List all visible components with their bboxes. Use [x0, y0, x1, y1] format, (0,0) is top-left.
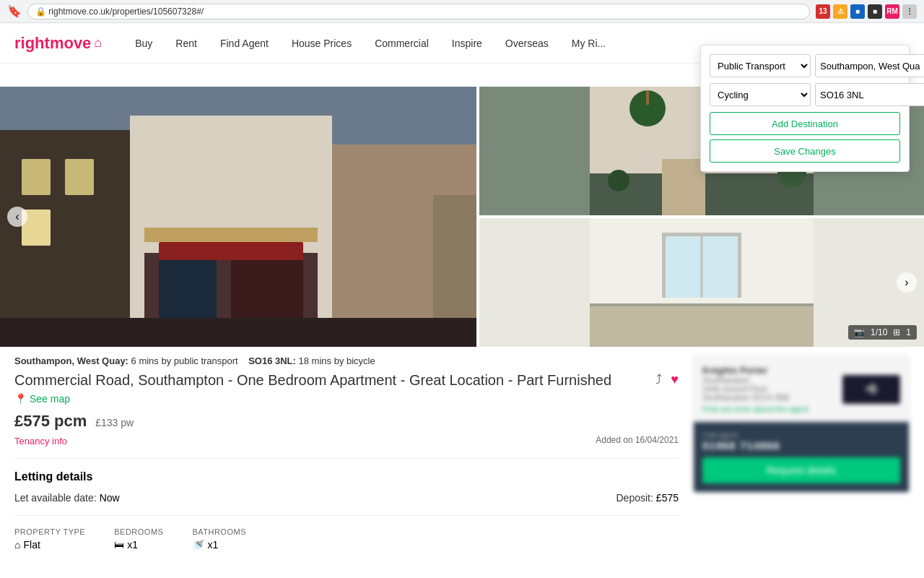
dest2-name: SO16 3NL: — [248, 355, 296, 366]
price-section: £575 pcm £133 pw — [14, 412, 679, 431]
svg-rect-23 — [662, 159, 705, 215]
let-available-row: Let available date: Now Deposit: £575 — [14, 492, 679, 504]
svg-rect-15 — [0, 318, 476, 347]
request-details-button[interactable]: Request details — [702, 457, 900, 483]
agent-link[interactable]: Find out more about the agent — [702, 405, 808, 413]
svg-rect-4 — [22, 159, 51, 195]
svg-rect-31 — [662, 233, 666, 298]
add-destination-button[interactable]: Add Destination — [710, 112, 900, 135]
agent-info: Knights Porter Southampton Units around … — [702, 365, 808, 413]
browser-bar: 🔖 🔒 rightmove.co.uk/properties/105607328… — [0, 0, 924, 23]
letting-details: Letting details Let available date: Now … — [14, 458, 679, 504]
nav-overseas[interactable]: Overseas — [494, 23, 560, 64]
attr-bedrooms: BEDROOMS 🛏 x1 — [114, 527, 163, 551]
ext-icon-settings[interactable]: ⋮ — [902, 4, 917, 19]
map-pin-icon: 📍 — [14, 393, 27, 405]
transport-info: Southampon, West Quay: 6 mins by public … — [14, 347, 679, 372]
svg-rect-19 — [646, 90, 649, 105]
property-title: Commercial Road, Southampton - One Bedro… — [14, 372, 655, 389]
let-available-label: Let available date: — [14, 492, 97, 504]
svg-point-24 — [608, 170, 629, 191]
letting-details-title: Letting details — [14, 470, 679, 483]
nav-rent[interactable]: Rent — [164, 23, 209, 64]
image-prev-arrow[interactable]: ‹ — [7, 207, 27, 227]
nav-buy[interactable]: Buy — [123, 23, 164, 64]
transport-popup: Public Transport Cycling Driving ✕ Publi… — [700, 45, 910, 172]
url-bar[interactable]: 🔒 rightmove.co.uk/properties/105607328#/ — [27, 4, 810, 20]
favourite-icon[interactable]: ♥ — [671, 372, 679, 387]
agent-phone[interactable]: 01968 714866 — [702, 439, 900, 452]
property-section: Southampon, West Quay: 6 mins by public … — [0, 347, 924, 551]
navigation: rightmove ⌂ Buy Rent Find Agent House Pr… — [0, 23, 924, 64]
house-icon: ⌂ — [14, 539, 20, 551]
property-image-3[interactable]: 📷 1/10 ⊞ 1 › — [479, 218, 924, 347]
ext-icon-1[interactable]: 13 — [816, 4, 830, 19]
svg-rect-5 — [65, 159, 94, 195]
tenancy-info-link[interactable]: Tenancy info — [14, 436, 67, 447]
nav-my-rightmove[interactable]: My Ri... — [560, 23, 617, 64]
camera-icon: 📷 — [854, 327, 865, 337]
ext-icon-4[interactable]: ■ — [868, 4, 882, 19]
nav-commercial[interactable]: Commercial — [363, 23, 440, 64]
bathrooms-label: BATHROOMS — [192, 527, 246, 536]
tenancy-added-row: Tenancy info Added on 16/04/2021 — [14, 435, 679, 447]
transport-destination-2[interactable] — [815, 83, 924, 106]
browser-extensions: 13 ⚠ ■ ■ RM ⋮ — [816, 4, 917, 19]
see-map-text: See map — [30, 393, 70, 405]
bed-icon: 🛏 — [114, 539, 124, 551]
agent-card: Knights Porter Southampton Units around … — [693, 355, 910, 493]
transport-type-select-2[interactable]: Public Transport Cycling Driving — [710, 83, 811, 106]
title-actions: ⤴ ♥ — [655, 372, 679, 387]
property-attributes: PROPERTY TYPE ⌂ Flat BEDROOMS 🛏 x1 BATHR… — [14, 515, 679, 551]
transport-destination-1[interactable] — [815, 54, 924, 77]
floorplan-count-text: 1 — [906, 327, 911, 337]
bookmark-icon[interactable]: 🔖 — [7, 4, 22, 18]
share-icon[interactable]: ⤴ — [655, 372, 662, 387]
logo-house-icon: ⌂ — [94, 35, 102, 51]
transport-type-select-1[interactable]: Public Transport Cycling Driving — [710, 54, 811, 77]
svg-rect-34 — [590, 303, 814, 306]
transport-row-2: Public Transport Cycling Driving ✕ — [710, 83, 900, 106]
logo[interactable]: rightmove ⌂ — [14, 34, 102, 53]
svg-rect-12 — [144, 228, 318, 242]
lock-icon: 🔒 — [35, 7, 46, 17]
deposit-label: Deposit: — [616, 492, 653, 504]
ext-icon-3[interactable]: ■ — [850, 4, 865, 19]
dest1-time: 6 mins by public transport — [131, 355, 238, 366]
logo-text: rightmove — [14, 34, 91, 53]
property-right: Knights Porter Southampton Units around … — [693, 347, 910, 551]
image-count-text: 1/10 — [871, 327, 887, 337]
added-date: Added on 16/04/2021 — [596, 435, 679, 445]
nav-house-prices[interactable]: House Prices — [280, 23, 363, 64]
main-image-bg — [0, 87, 476, 347]
nav-find-agent[interactable]: Find Agent — [209, 23, 280, 64]
url-text: rightmove.co.uk/properties/105607328#/ — [48, 7, 204, 17]
see-map-link[interactable]: 📍 See map — [14, 393, 679, 405]
agent-logo: K — [842, 375, 900, 404]
save-changes-button[interactable]: Save Changes — [710, 139, 900, 163]
dest2-time: 18 mins by bicycle — [299, 355, 375, 366]
attr-type: PROPERTY TYPE ⌂ Flat — [14, 527, 85, 551]
image-next-arrow[interactable]: › — [897, 272, 917, 293]
agent-header: Knights Porter Southampton Units around … — [694, 356, 909, 422]
type-value: ⌂ Flat — [14, 539, 85, 551]
property-left: Southampon, West Quay: 6 mins by public … — [14, 347, 679, 551]
agent-name: Knights Porter — [702, 365, 808, 376]
agent-address-1: Units around Floor — [702, 384, 808, 393]
image-counter: 📷 1/10 ⊞ 1 — [848, 325, 917, 340]
price-pw: £133 pw — [95, 417, 134, 428]
property-title-row: Commercial Road, Southampton - One Bedro… — [14, 372, 679, 389]
agent-address-2: Southampton SO14 3NE — [702, 393, 808, 402]
ext-icon-rm[interactable]: RM — [885, 4, 899, 19]
nav-inspire[interactable]: Inspire — [440, 23, 494, 64]
dest1-name: Southampon, West Quay: — [14, 355, 128, 366]
floorplan-icon: ⊞ — [893, 327, 900, 337]
attr-bathrooms: BATHROOMS 🚿 x1 — [192, 527, 246, 551]
ext-icon-2[interactable]: ⚠ — [833, 4, 847, 19]
svg-text:K: K — [873, 386, 879, 394]
bedrooms-value: 🛏 x1 — [114, 539, 163, 551]
price-pcm: £575 pcm — [14, 412, 87, 430]
main-property-image[interactable]: ‹ — [0, 87, 476, 347]
agent-phone-label: Call agent — [702, 431, 900, 439]
svg-rect-27 — [590, 305, 814, 347]
